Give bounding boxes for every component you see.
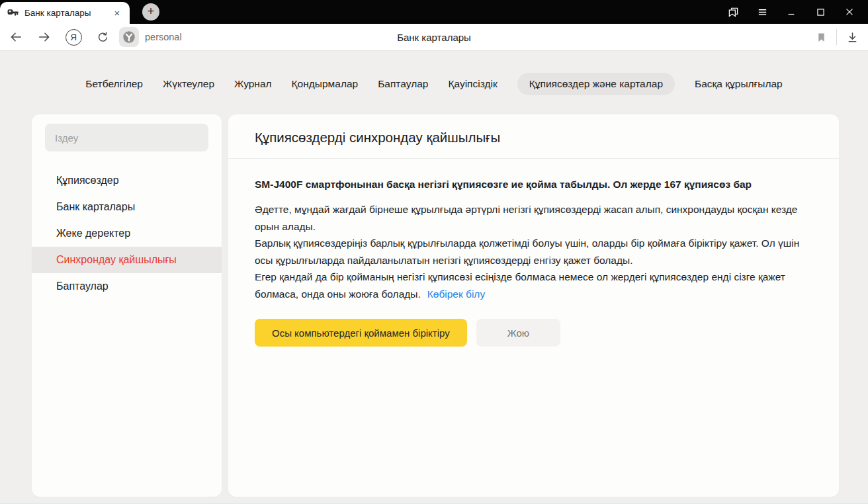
browser-tab-strip: Банк карталары × + [0, 0, 868, 24]
panel-body: SM-J400F смартфонынан басқа негізгі құпи… [228, 159, 839, 347]
reload-icon[interactable] [92, 26, 113, 48]
settings-sidebar: Құпиясөздер Банк карталары Жеке деректер… [32, 114, 222, 497]
sidebar-menu-item[interactable]: Жеке деректер [32, 220, 222, 247]
browser-toolbar: Я personal Банк карталары [0, 24, 868, 51]
toolbar-separator [836, 29, 837, 45]
merge-vault-button[interactable]: Осы компьютердегі қоймамен біріктіру [255, 319, 467, 347]
settings-content: Құпиясөздер Банк карталары Жеке деректер… [32, 114, 839, 497]
browser-tab-bank-cards[interactable]: Банк карталары × [0, 2, 130, 24]
address-page-title: Банк карталары [397, 32, 471, 43]
sidebar-menu-item[interactable]: Банк карталары [32, 194, 222, 220]
learn-more-link[interactable]: Көбірек білу [427, 288, 485, 300]
menu-icon[interactable] [748, 0, 777, 24]
settings-nav-tab[interactable]: Басқа құрылғылар [695, 73, 783, 95]
sidebar-menu: Құпиясөздер Банк карталары Жеке деректер… [32, 167, 222, 300]
sidebar-menu-item[interactable]: Баптаулар [32, 273, 222, 300]
back-icon[interactable] [5, 26, 26, 48]
bookmark-icon[interactable] [810, 26, 832, 48]
sync-conflict-panel: Құпиясөздерді синхрондау қайшылығы SM-J4… [228, 114, 839, 497]
profile-badge-label: personal [145, 32, 182, 42]
panel-header: Құпиясөздерді синхрондау қайшылығы [228, 114, 839, 159]
delete-vault-button[interactable]: Жою [476, 319, 560, 347]
yandex-logo-icon[interactable]: Я [63, 26, 84, 48]
key-icon [7, 7, 19, 19]
settings-nav-tab[interactable]: Қауіпсіздік [448, 73, 497, 95]
conflict-paragraph-3-text: Егер қандай да бір қойманың негізгі құпи… [255, 271, 785, 300]
tab-close-icon[interactable]: × [110, 7, 124, 20]
settings-nav-tab[interactable]: Журнал [234, 73, 272, 95]
page-title: Құпиясөздерді синхрондау қайшылығы [255, 130, 812, 146]
new-tab-button[interactable]: + [142, 3, 159, 21]
profile-badge[interactable]: personal [119, 27, 182, 47]
conflict-paragraph-1: Әдетте, мұндай жағдай бірнеше құрылғыда … [255, 201, 801, 235]
protect-icon [119, 27, 139, 47]
close-window-icon[interactable] [835, 0, 864, 24]
maximize-icon[interactable] [806, 0, 835, 24]
settings-nav-tab[interactable]: Жүктеулер [163, 73, 214, 95]
sidebar-search-input[interactable] [45, 124, 208, 151]
minimize-icon[interactable] [777, 0, 806, 24]
conflict-paragraph-3: Егер қандай да бір қойманың негізгі құпи… [255, 269, 801, 302]
sidebar-menu-item[interactable]: Құпиясөздер [32, 167, 222, 194]
conflict-summary: SM-J400F смартфонынан басқа негізгі құпи… [255, 176, 801, 192]
conflict-paragraph-2: Барлық құпиясөздеріңіз барлық құрылғылар… [255, 235, 801, 269]
action-buttons: Осы компьютердегі қоймамен біріктіру Жою [255, 319, 801, 347]
downloads-icon[interactable] [842, 26, 863, 48]
side-panel-icon[interactable] [718, 0, 748, 24]
settings-nav-tabs: Бетбелгілер Жүктеулер Журнал Қондырмалар… [0, 72, 868, 95]
sidebar-menu-item[interactable]: Синхрондау қайшылығы [32, 247, 222, 273]
settings-nav-tab[interactable]: Құпиясөздер және карталар [517, 73, 675, 95]
settings-nav-tab[interactable]: Баптаулар [378, 73, 428, 95]
settings-nav-tab[interactable]: Қондырмалар [292, 73, 359, 95]
forward-icon[interactable] [34, 26, 55, 48]
window-controls [718, 0, 864, 24]
tab-title: Банк карталары [24, 8, 110, 18]
settings-nav-tab[interactable]: Бетбелгілер [85, 73, 143, 95]
